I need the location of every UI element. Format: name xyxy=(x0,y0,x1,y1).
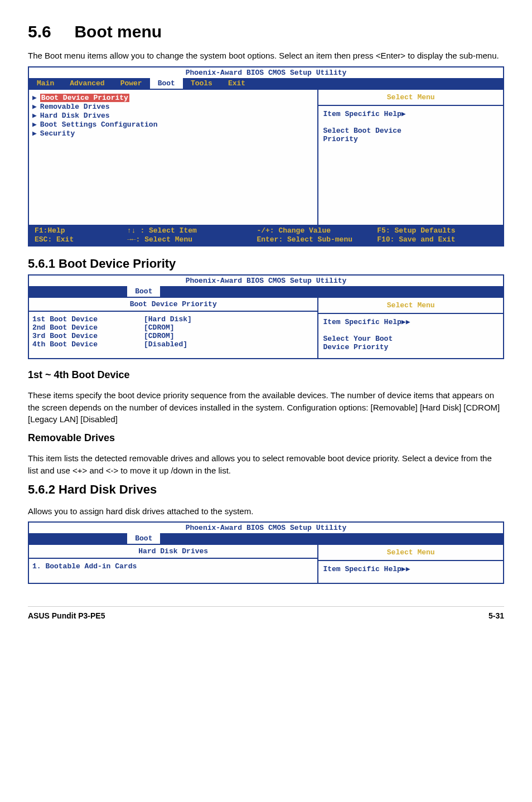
subhead-1st-4th: 1st ~ 4th Boot Device xyxy=(28,369,504,381)
help-body: Select Boot Device Priority xyxy=(323,127,499,143)
bios-left-pane: Hard Disk Drives 1. Bootable Add-in Card… xyxy=(29,545,317,583)
menu-hard-disk-drives: Hard Disk Drives xyxy=(40,112,110,120)
menu-boot-settings-configuration: Boot Settings Configuration xyxy=(40,120,158,129)
submenu-arrow-icon: ▶ xyxy=(32,120,40,129)
help-title: Item Specific Help▶ xyxy=(323,109,499,118)
select-menu-label: Select Menu xyxy=(323,548,499,557)
foot-change-value: -/+: Change Value xyxy=(257,226,377,235)
help-title: Item Specific Help▶▶ xyxy=(323,317,499,326)
bios-hdd-screenshot: Phoenix-Award BIOS CMOS Setup Utility Ma… xyxy=(28,521,504,584)
menu-boot-device-priority: Boot Device Priority xyxy=(40,94,129,102)
tab-exit: Exit xyxy=(220,78,253,89)
page-title: 5.6 Boot menu xyxy=(28,22,504,41)
bios-menubar: Main Advanced Power Boot xyxy=(29,533,503,544)
para-562: Allows you to assign hard disk drives at… xyxy=(28,505,504,518)
submenu-arrow-icon: ▶ xyxy=(32,103,40,111)
foot-select-submenu: Enter: Select Sub-menu xyxy=(257,235,377,244)
bios-left-pane: Boot Device Priority 1st Boot Device[Har… xyxy=(29,298,317,358)
bios-bootpriority-screenshot: Phoenix-Award BIOS CMOS Setup Utility Ma… xyxy=(28,274,504,359)
foot-help: F1:Help xyxy=(35,226,127,235)
footer-product: ASUS Pundit P3-PE5 xyxy=(28,611,105,620)
bios-menubar: Main Advanced Power Boot Tools Exit xyxy=(29,78,503,89)
tab-boot: Boot xyxy=(127,286,160,297)
foot-save-exit: F10: Save and Exit xyxy=(377,235,497,244)
foot-setup-defaults: F5: Setup Defaults xyxy=(377,226,497,235)
foot-select-menu: →←: Select Menu xyxy=(127,235,257,244)
row-1st-boot: 1st Boot Device[Hard Disk] xyxy=(32,315,313,323)
tab-main: Main xyxy=(29,78,62,89)
row-3rd-boot: 3rd Boot Device[CDROM] xyxy=(32,332,313,340)
help-body: Select Your Boot Device Priority xyxy=(323,335,499,351)
select-menu-label: Select Menu xyxy=(323,301,499,310)
submenu-title: Boot Device Priority xyxy=(29,298,317,312)
submenu-arrow-icon: ▶ xyxy=(32,94,40,102)
page-footer: ASUS Pundit P3-PE5 5-31 xyxy=(28,606,504,620)
bios-menubar: Main Advanced Power Boot xyxy=(29,286,503,297)
help-title: Item Specific Help▶▶ xyxy=(323,564,499,573)
bios-left-pane: ▶Boot Device Priority ▶Removable Drives … xyxy=(29,90,317,225)
section-561-heading: 5.6.1 Boot Device Priority xyxy=(28,257,504,271)
submenu-arrow-icon: ▶ xyxy=(32,112,40,120)
title-number: 5.6 xyxy=(28,22,51,41)
submenu-arrow-icon: ▶ xyxy=(32,129,40,138)
select-menu-label: Select Menu xyxy=(323,93,499,102)
para-removable: This item lists the detected removable d… xyxy=(28,452,504,477)
bios-utility-title: Phoenix-Award BIOS CMOS Setup Utility xyxy=(29,276,503,286)
tab-tools: Tools xyxy=(183,78,220,89)
bios-utility-title: Phoenix-Award BIOS CMOS Setup Utility xyxy=(29,67,503,78)
bios-right-pane: Select Menu Item Specific Help▶ Select B… xyxy=(317,90,503,225)
bios-right-pane: Select Menu Item Specific Help▶▶ xyxy=(317,545,503,583)
title-text: Boot menu xyxy=(74,22,162,41)
bios-right-pane: Select Menu Item Specific Help▶▶ Select … xyxy=(317,298,503,358)
tab-boot: Boot xyxy=(127,533,160,544)
intro-paragraph: The Boot menu items allow you to change … xyxy=(28,50,504,62)
submenu-title: Hard Disk Drives xyxy=(29,545,317,559)
foot-select-item: ↑↓ : Select Item xyxy=(127,226,257,235)
subhead-removable: Removable Drives xyxy=(28,432,504,444)
bios-footer-bar: F1:Help ↑↓ : Select Item -/+: Change Val… xyxy=(29,225,503,245)
para-1st-4th: These items specify the boot device prio… xyxy=(28,389,504,426)
menu-removable-drives: Removable Drives xyxy=(40,103,110,111)
row-2nd-boot: 2nd Boot Device[CDROM] xyxy=(32,323,313,332)
bios-main-screenshot: Phoenix-Award BIOS CMOS Setup Utility Ma… xyxy=(28,66,504,247)
footer-page-number: 5-31 xyxy=(489,611,504,620)
tab-power: Power xyxy=(113,78,150,89)
bios-utility-title: Phoenix-Award BIOS CMOS Setup Utility xyxy=(29,523,503,533)
tab-advanced: Advanced xyxy=(62,78,112,89)
menu-security: Security xyxy=(40,129,75,138)
tab-boot: Boot xyxy=(150,78,183,89)
row-bootable-addin: 1. Bootable Add-in Cards xyxy=(32,562,313,571)
row-4th-boot: 4th Boot Device[Disabled] xyxy=(32,340,313,349)
foot-exit: ESC: Exit xyxy=(35,235,127,244)
section-562-heading: 5.6.2 Hard Disk Drives xyxy=(28,482,504,497)
